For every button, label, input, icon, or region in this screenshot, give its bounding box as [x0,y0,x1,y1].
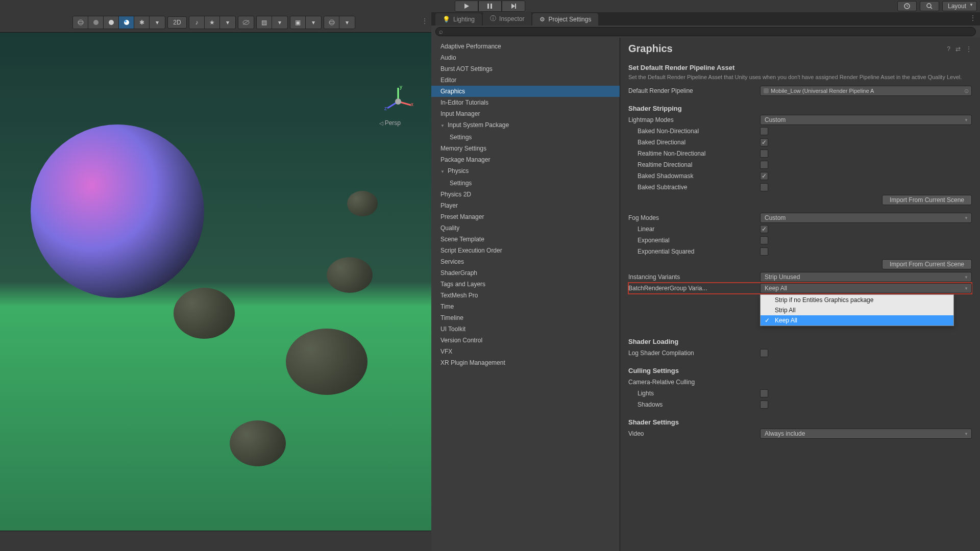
scene-viewport[interactable]: y x z ◁ Persp [0,33,431,531]
label-baked-dir: Baked Directional [628,139,756,146]
heading-default-pipeline: Set Default Render Pipeline Asset [628,64,972,71]
mode-2d-toggle[interactable]: 2D [167,16,187,29]
scene-menu-icon[interactable]: ⋮ [422,17,427,24]
debug-icon[interactable]: ✱ [134,16,150,29]
cat-time[interactable]: Time [431,301,620,312]
settings-search-input[interactable] [435,27,976,36]
projection-label[interactable]: ◁ Persp [379,119,401,127]
cat-shadergraph[interactable]: ShaderGraph [431,267,620,279]
cat-version-control[interactable]: Version Control [431,335,620,346]
cat-physics-2d[interactable]: Physics 2D [431,189,620,200]
checkbox-linear[interactable] [760,225,768,233]
checkbox-baked-subtractive[interactable] [760,183,768,191]
cat-in-editor-tutorials[interactable]: In-Editor Tutorials [431,97,620,108]
checkbox-realtime-non-dir[interactable] [760,149,768,158]
svg-text:z: z [384,106,387,111]
cat-tags-and-layers[interactable]: Tags and Layers [431,279,620,290]
cat-audio[interactable]: Audio [431,52,620,63]
dropdown-video[interactable]: Always include [760,429,972,439]
cat-input-system-settings[interactable]: Settings [431,132,620,143]
checkbox-exponential[interactable] [760,236,768,244]
cat-xr-plugin-management[interactable]: XR Plugin Management [431,357,620,368]
dropdown-popup-brg: Strip if no Entities Graphics package St… [760,294,954,326]
checkbox-realtime-dir[interactable] [760,161,768,169]
dropdown-fog-modes[interactable]: Custom [760,213,972,223]
tab-lighting[interactable]: 💡Lighting [435,13,482,26]
tab-project-settings[interactable]: ⚙Project Settings [532,13,598,26]
layers-dropdown-icon[interactable]: ▾ [272,16,287,29]
checkbox-exp-squared[interactable] [760,247,768,256]
cat-input-manager[interactable]: Input Manager [431,108,620,119]
audio-icon[interactable]: ♪ [189,16,205,29]
preset-icon[interactable]: ⇄ [955,45,961,53]
camera-icon[interactable]: ▣ [290,16,306,29]
heading-culling-settings: Culling Settings [628,367,972,374]
cat-physics[interactable]: Physics [431,165,620,178]
gizmos-icon[interactable] [324,16,339,29]
svg-point-17 [329,21,334,23]
shading-shaded-wire-icon[interactable] [88,16,104,29]
dropdown-lightmap-modes[interactable]: Custom [760,115,972,125]
cat-preset-manager[interactable]: Preset Manager [431,211,620,222]
dd-option-strip-all[interactable]: Strip All [761,305,953,315]
cat-player[interactable]: Player [431,200,620,211]
dropdown-icon[interactable]: ▾ [150,16,165,29]
field-default-pipeline[interactable]: Mobile_Low (Universal Render Pipeline A [760,86,972,96]
fx-dropdown-icon[interactable]: ▾ [220,16,235,29]
cat-script-execution-order[interactable]: Script Execution Order [431,245,620,256]
cat-textmesh-pro[interactable]: TextMesh Pro [431,290,620,301]
info-icon: ⓘ [490,14,496,23]
cat-adaptive-performance[interactable]: Adaptive Performance [431,41,620,52]
undo-history-icon[interactable] [897,1,917,11]
cat-burst-aot[interactable]: Burst AOT Settings [431,63,620,74]
checkbox-baked-dir[interactable] [760,138,768,146]
shading-material-icon[interactable] [119,16,134,29]
menu-icon[interactable]: ⋮ [966,45,972,53]
cat-ui-toolkit[interactable]: UI Toolkit [431,323,620,335]
hidden-icon[interactable] [238,16,254,29]
gizmos-dropdown-icon[interactable]: ▾ [339,16,355,29]
btn-import-lightmap[interactable]: Import From Current Scene [882,195,972,205]
fx-icon[interactable]: ★ [205,16,220,29]
step-button[interactable] [502,1,525,12]
label-realtime-non-dir: Realtime Non-Directional [628,150,756,157]
cat-input-system-package[interactable]: Input System Package [431,119,620,132]
checkbox-log-shader-comp[interactable] [760,349,768,357]
svg-point-10 [93,20,99,25]
cat-graphics[interactable]: Graphics [431,86,620,97]
dropdown-instancing-variants[interactable]: Strip Unused [760,272,972,282]
label-default-pipeline: Default Render Pipeline [628,87,756,94]
cat-physics-settings[interactable]: Settings [431,178,620,189]
label-log-shader-comp: Log Shader Compilation [628,349,756,357]
tabs-menu-icon[interactable]: ⋮ [970,14,976,21]
shading-shaded-icon[interactable] [104,16,119,29]
layout-dropdown[interactable]: Layout [942,1,977,11]
lightbulb-icon: 💡 [443,16,450,23]
cat-quality[interactable]: Quality [431,222,620,234]
layers-icon[interactable]: ▤ [257,16,272,29]
shading-wireframe-icon[interactable] [73,16,88,29]
cat-vfx[interactable]: VFX [431,346,620,357]
checkbox-baked-shadowmask[interactable] [760,172,768,180]
pause-button[interactable] [478,1,502,12]
checkbox-baked-non-dir[interactable] [760,127,768,135]
cat-editor[interactable]: Editor [431,74,620,86]
checkbox-shadows[interactable] [760,400,768,409]
dd-option-keep-all[interactable]: Keep All [761,315,953,325]
checkbox-lights[interactable] [760,389,768,397]
cat-scene-template[interactable]: Scene Template [431,234,620,245]
play-button[interactable] [455,1,478,12]
cat-services[interactable]: Services [431,256,620,267]
tab-inspector[interactable]: ⓘInspector [483,12,531,26]
help-icon[interactable]: ? [947,45,950,53]
cat-memory-settings[interactable]: Memory Settings [431,143,620,154]
cat-package-manager[interactable]: Package Manager [431,154,620,165]
btn-import-fog[interactable]: Import From Current Scene [882,259,972,269]
panel-tabs: 💡Lighting ⓘInspector ⚙Project Settings ⋮ [431,12,980,26]
orientation-gizmo[interactable]: y x z [380,84,416,119]
dd-option-strip-if-no-entities[interactable]: Strip if no Entities Graphics package [761,295,953,305]
search-icon[interactable] [920,1,939,11]
dropdown-brg-variants[interactable]: Keep All [760,283,972,293]
cat-timeline[interactable]: Timeline [431,312,620,323]
camera-dropdown-icon[interactable]: ▾ [306,16,321,29]
